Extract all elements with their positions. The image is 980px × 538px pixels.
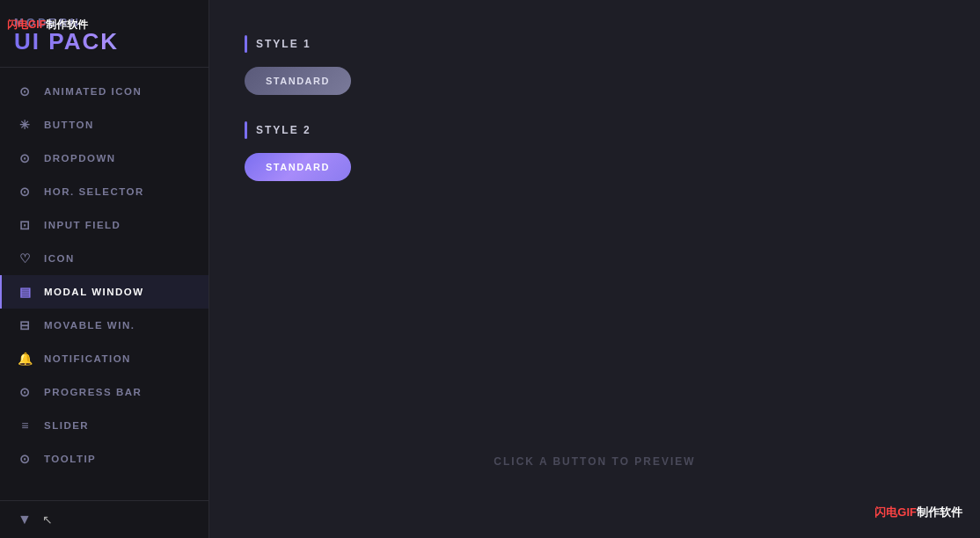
sidebar-item-tooltip[interactable]: ⊙TOOLTIP: [0, 442, 208, 476]
progress-bar-label: PROGRESS BAR: [44, 387, 142, 397]
notification-icon: 🔔: [18, 351, 33, 367]
animated-icon-label: ANIMATED ICON: [44, 86, 142, 97]
style2-label: STYLE 2: [256, 124, 311, 136]
logo-modern: MODERN: [14, 16, 194, 29]
sidebar: 闪电GIF制作软件 MODERN UI PACK ⊙ANIMATED ICON✳…: [0, 0, 209, 538]
logo-ui-pack: UI PACK: [14, 29, 194, 55]
icon-label: ICON: [44, 253, 75, 264]
hor-selector-label: HOR. SELECTOR: [44, 186, 144, 197]
button-label: BUTTON: [44, 120, 94, 130]
dropdown-label: DROPDOWN: [44, 153, 116, 164]
chevron-down-icon[interactable]: ▼: [18, 512, 32, 527]
style1-standard-button[interactable]: STANDARD: [245, 67, 351, 95]
progress-bar-icon: ⊙: [18, 384, 33, 400]
sidebar-item-button[interactable]: ✳BUTTON: [0, 108, 208, 142]
button-icon: ✳: [18, 117, 33, 133]
modal-window-icon: ▤: [18, 284, 33, 300]
animated-icon-icon: ⊙: [18, 84, 33, 99]
tooltip-icon: ⊙: [18, 451, 33, 467]
sidebar-item-input-field[interactable]: ⊡INPUT FIELD: [0, 208, 208, 242]
sidebar-item-dropdown[interactable]: ⊙DROPDOWN: [0, 142, 208, 175]
hor-selector-icon: ⊙: [18, 184, 33, 200]
tooltip-label: TOOLTIP: [44, 454, 96, 464]
movable-win-icon: ⊟: [18, 317, 33, 333]
preview-hint-text: CLICK A BUTTON TO PREVIEW: [494, 455, 695, 468]
sidebar-item-notification[interactable]: 🔔NOTIFICATION: [0, 342, 208, 375]
style2-accent-bar: [245, 121, 247, 139]
main-panel: STYLE 1 STANDARD STYLE 2 STANDARD: [209, 0, 980, 225]
watermark-bottom-right: 闪电GIF制作软件: [874, 505, 962, 520]
sidebar-item-hor-selector[interactable]: ⊙HOR. SELECTOR: [0, 175, 208, 208]
notification-label: NOTIFICATION: [44, 353, 131, 364]
style2-title-row: STYLE 2: [245, 121, 945, 139]
style1-title-row: STYLE 1: [245, 35, 945, 53]
slider-label: SLIDER: [44, 420, 89, 431]
slider-icon: ≡: [18, 418, 33, 433]
sidebar-logo: MODERN UI PACK: [0, 0, 208, 68]
sidebar-nav: ⊙ANIMATED ICON✳BUTTON⊙DROPDOWN⊙HOR. SELE…: [0, 68, 208, 500]
style2-standard-button[interactable]: STANDARD: [245, 153, 351, 181]
sidebar-item-progress-bar[interactable]: ⊙PROGRESS BAR: [0, 375, 208, 409]
movable-win-label: MOVABLE WIN.: [44, 320, 135, 331]
sidebar-item-modal-window[interactable]: ▤MODAL WINDOW: [0, 275, 208, 309]
dropdown-icon: ⊙: [18, 150, 33, 166]
main-content-area: STYLE 1 STANDARD STYLE 2 STANDARD CLICK …: [209, 0, 980, 538]
input-field-icon: ⊡: [18, 217, 33, 233]
cursor-indicator: ↖: [42, 513, 53, 527]
icon-icon: ♡: [18, 251, 33, 266]
style1-accent-bar: [245, 35, 247, 53]
sidebar-bottom: ▼ ↖: [0, 500, 208, 538]
sidebar-item-slider[interactable]: ≡SLIDER: [0, 409, 208, 442]
modal-window-label: MODAL WINDOW: [44, 287, 144, 297]
style2-section: STYLE 2 STANDARD: [245, 121, 945, 181]
sidebar-item-icon[interactable]: ♡ICON: [0, 242, 208, 275]
input-field-label: INPUT FIELD: [44, 220, 121, 230]
style1-label: STYLE 1: [256, 38, 311, 50]
sidebar-item-animated-icon[interactable]: ⊙ANIMATED ICON: [0, 75, 208, 108]
sidebar-item-movable-win[interactable]: ⊟MOVABLE WIN.: [0, 309, 208, 342]
style1-section: STYLE 1 STANDARD: [245, 35, 945, 95]
